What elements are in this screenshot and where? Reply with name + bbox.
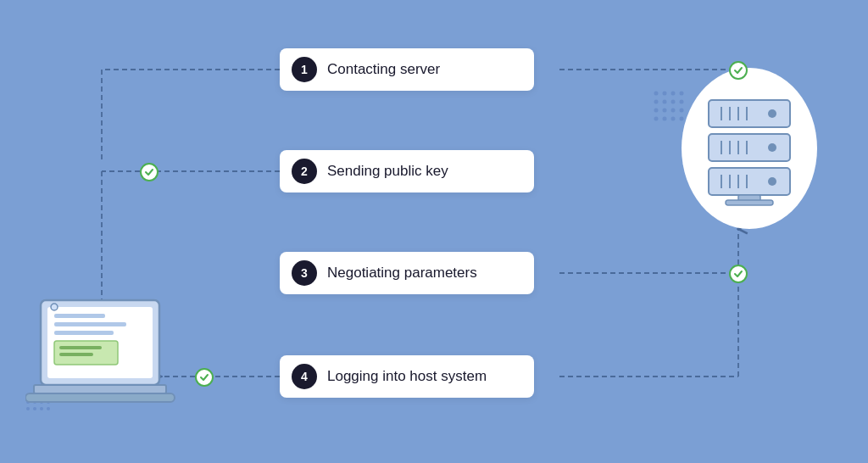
svg-point-14 [671,117,676,121]
check-circle-cc1 [729,61,748,80]
step-box-3: 3Negotiating parameters [280,252,534,294]
svg-rect-64 [54,322,126,326]
svg-rect-68 [59,353,93,356]
server-icon-svg [700,92,798,210]
svg-point-1 [663,92,667,96]
svg-point-52 [768,143,776,152]
svg-point-4 [654,100,659,104]
check-circle-cc4 [195,368,214,387]
svg-point-10 [671,109,676,113]
svg-point-9 [663,109,667,113]
svg-rect-65 [54,331,114,335]
svg-point-8 [654,109,659,113]
svg-point-12 [654,117,659,121]
step-label-4: Logging into host system [327,368,487,385]
svg-rect-60 [726,200,773,205]
laptop-icon-svg [25,293,182,429]
svg-point-69 [51,304,58,310]
step-number-2: 2 [292,159,317,184]
svg-point-6 [671,100,676,104]
svg-point-58 [768,177,776,186]
svg-point-13 [663,117,667,121]
step-number-4: 4 [292,364,317,389]
step-box-1: 1Contacting server [280,48,534,91]
laptop-illustration [25,293,182,429]
step-number-1: 1 [292,57,317,82]
server-illustration [682,68,817,229]
step-number-3: 3 [292,260,317,286]
svg-rect-67 [59,346,102,349]
step-label-1: Contacting server [327,61,440,78]
svg-point-0 [654,92,659,96]
diagram-container: 1Contacting server2Sending public key3Ne… [0,0,868,463]
svg-rect-70 [34,385,166,393]
svg-point-46 [768,109,776,118]
svg-point-5 [663,100,667,104]
step-label-3: Negotiating parameters [327,265,477,282]
svg-point-2 [671,92,676,96]
step-label-2: Sending public key [327,163,448,180]
step-box-4: 4Logging into host system [280,355,534,398]
svg-rect-63 [54,314,105,318]
check-circle-cc2 [140,163,159,181]
svg-rect-71 [25,393,175,402]
check-circle-cc3 [729,265,748,283]
step-box-2: 2Sending public key [280,150,534,192]
